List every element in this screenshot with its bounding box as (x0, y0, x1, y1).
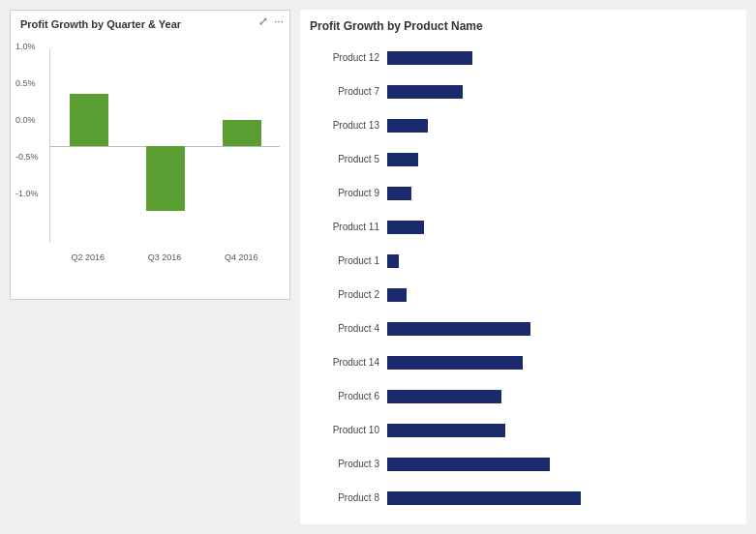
product-chart-area: Product 12Product 7Product 13Product 5Pr… (300, 41, 737, 515)
product-bar-container (387, 424, 737, 437)
x-label-q3: Q3 2016 (148, 252, 182, 262)
product-bar (387, 221, 424, 234)
product-bar-container (387, 153, 737, 166)
product-bar-container (387, 221, 737, 234)
product-label: Product 11 (310, 222, 387, 232)
product-bar-container (387, 51, 737, 65)
product-bar-container (387, 390, 737, 403)
product-row: Product 9 (310, 183, 737, 204)
q3-bar-group (127, 49, 203, 242)
x-label-q4: Q4 2016 (225, 252, 258, 262)
product-row: Product 6 (310, 386, 737, 407)
product-bar (387, 153, 418, 166)
product-label: Product 7 (310, 86, 387, 97)
product-bar-container (387, 254, 737, 268)
product-bar (387, 187, 411, 200)
y-label-3: 0.0% (15, 115, 36, 125)
quarter-chart-panel: ⤢ ··· Profit Growth by Quarter & Year 1.… (10, 10, 290, 300)
y-label-2: 0.5% (15, 78, 36, 88)
product-bar (387, 119, 428, 133)
chart-toolbar: ⤢ ··· (258, 15, 284, 28)
product-bar-container (387, 356, 737, 370)
x-label-q2: Q2 2016 (71, 252, 105, 262)
product-bar-container (387, 187, 737, 200)
product-row: Product 10 (310, 420, 737, 441)
more-icon[interactable]: ··· (274, 15, 284, 28)
product-label: Product 2 (310, 289, 387, 300)
q2-bar (70, 94, 108, 146)
product-bar (387, 288, 407, 302)
y-label-4: -0.5% (15, 152, 39, 162)
product-label: Product 13 (310, 120, 387, 131)
product-bar-container (387, 288, 737, 302)
product-label: Product 10 (310, 425, 387, 435)
product-bar-container (387, 322, 737, 336)
product-bar (387, 322, 530, 336)
q4-bar (223, 120, 261, 146)
product-bar-container (387, 85, 737, 99)
product-label: Product 4 (310, 323, 387, 334)
product-row: Product 13 (310, 115, 737, 136)
product-bar (387, 85, 463, 99)
product-row: Product 3 (310, 454, 737, 475)
product-row: Product 11 (310, 217, 737, 238)
product-row: Product 7 (310, 81, 737, 103)
product-row: Product 12 (310, 47, 737, 69)
product-bar (387, 491, 581, 505)
product-bar (387, 356, 523, 370)
product-bar (387, 254, 399, 268)
dashboard: ⤢ ··· Profit Growth by Quarter & Year 1.… (0, 0, 756, 534)
quarter-chart-area: 1.0% 0.5% 0.0% -0.5% -1.0% (11, 30, 289, 272)
quarter-x-labels: Q2 2016 Q3 2016 Q4 2016 (49, 252, 280, 262)
product-label: Product 9 (310, 188, 387, 198)
q3-bar (146, 146, 185, 211)
product-row: Product 5 (310, 149, 737, 170)
product-label: Product 5 (310, 154, 387, 164)
product-label: Product 1 (310, 255, 387, 266)
y-label-1: 1.0% (15, 42, 36, 51)
product-label: Product 12 (310, 52, 387, 63)
product-bar (387, 390, 501, 403)
q4-bar-group (203, 49, 280, 242)
product-row: Product 2 (310, 284, 737, 306)
product-row: Product 1 (310, 251, 737, 272)
product-bar (387, 51, 472, 65)
product-bar (387, 424, 505, 437)
product-bar-container (387, 458, 737, 471)
product-row: Product 14 (310, 352, 737, 373)
product-bar (387, 458, 550, 471)
quarter-bars-area (49, 49, 280, 243)
product-label: Product 3 (310, 459, 387, 469)
product-label: Product 6 (310, 391, 387, 401)
expand-icon[interactable]: ⤢ (258, 15, 268, 28)
quarter-chart-title: Profit Growth by Quarter & Year (11, 11, 289, 30)
product-chart-panel: Profit Growth by Product Name Product 12… (300, 10, 746, 524)
product-row: Product 4 (310, 318, 737, 340)
product-bar-container (387, 491, 737, 505)
product-label: Product 14 (310, 357, 387, 368)
product-row: Product 8 (310, 488, 737, 509)
product-label: Product 8 (310, 492, 387, 503)
product-chart-title: Profit Growth by Product Name (300, 19, 737, 33)
y-label-5: -1.0% (15, 189, 39, 198)
product-bar-container (387, 119, 737, 133)
q2-bar-group (50, 49, 127, 242)
